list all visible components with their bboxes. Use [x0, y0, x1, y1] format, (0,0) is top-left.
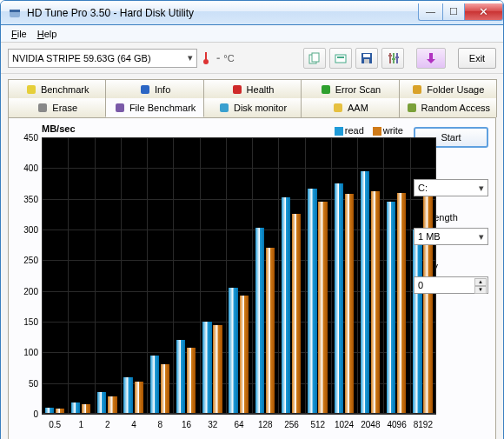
- save-button[interactable]: [355, 48, 378, 69]
- bar-read: [150, 356, 159, 414]
- svg-rect-24: [116, 103, 124, 112]
- spinner-up[interactable]: ▲: [474, 278, 487, 286]
- svg-rect-27: [408, 103, 416, 112]
- bar-read: [308, 189, 316, 414]
- disk-monitor-icon: [218, 102, 230, 114]
- bar-write: [240, 296, 249, 414]
- download-button[interactable]: [416, 48, 446, 69]
- y-tick: 100: [16, 348, 38, 357]
- drive-select-value: NVIDIA STRIPE 59.63G (64 GB): [12, 53, 151, 63]
- bar-read: [361, 171, 369, 414]
- bar-read: [413, 229, 421, 414]
- titlebar[interactable]: HD Tune Pro 3.50 - Hard Disk Utility — ☐…: [1, 1, 503, 25]
- settings-button[interactable]: [381, 48, 404, 69]
- file-benchmark-icon: [114, 102, 126, 114]
- svg-rect-6: [335, 55, 346, 63]
- x-tick: 512: [310, 420, 325, 429]
- bar-read: [123, 377, 132, 414]
- plot-area: [42, 137, 436, 414]
- tab-aam[interactable]: AAM: [301, 98, 399, 117]
- x-tick: 16: [182, 420, 191, 429]
- bar-write: [108, 396, 116, 414]
- x-tick: 64: [234, 420, 243, 429]
- svg-rect-22: [413, 85, 421, 94]
- tab-benchmark[interactable]: Benchmark: [8, 79, 106, 98]
- svg-rect-7: [337, 57, 344, 58]
- bar-read: [387, 202, 395, 414]
- folder-usage-icon: [411, 83, 423, 96]
- bar-write: [345, 194, 354, 414]
- x-tick: 1: [79, 420, 84, 429]
- tab-file-benchmark[interactable]: File Benchmark: [105, 98, 203, 117]
- svg-rect-19: [141, 85, 149, 94]
- close-button[interactable]: ✕: [465, 3, 503, 21]
- y-tick: 150: [16, 317, 38, 327]
- erase-icon: [36, 102, 49, 114]
- y-tick: 450: [16, 133, 38, 143]
- tab-info[interactable]: Info: [105, 79, 203, 98]
- x-tick: 2: [105, 420, 110, 429]
- x-tick: 4: [131, 420, 136, 429]
- tab-health[interactable]: Health: [203, 79, 302, 98]
- svg-rect-26: [334, 103, 342, 112]
- bar-read: [335, 183, 343, 414]
- bar-write: [187, 348, 196, 414]
- x-tick: 8: [157, 420, 162, 429]
- exit-button[interactable]: Exit: [458, 48, 496, 69]
- bar-read: [282, 197, 290, 414]
- x-tick: 4096: [387, 420, 406, 429]
- x-tick: 2048: [361, 420, 380, 429]
- bar-write: [292, 214, 301, 414]
- temp-dash: -: [216, 51, 220, 64]
- svg-rect-1: [10, 10, 20, 12]
- tab-panel-file-benchmark: MB/sec read write 0501001502002503003504…: [8, 117, 496, 439]
- svg-rect-15: [392, 58, 395, 60]
- drive-field[interactable]: C:: [414, 179, 488, 196]
- screenshot-button[interactable]: [329, 48, 352, 69]
- delay-field[interactable]: 0 ▲▼: [414, 276, 488, 294]
- drive-select[interactable]: NVIDIA STRIPE 59.63G (64 GB): [8, 49, 197, 68]
- menu-help[interactable]: Help: [32, 27, 63, 41]
- filelen-field[interactable]: 1 MB: [414, 228, 488, 245]
- tab-error-scan[interactable]: Error Scan: [301, 79, 399, 98]
- x-tick: 256: [284, 420, 299, 429]
- bar-read: [97, 392, 106, 414]
- bar-write: [423, 187, 432, 414]
- bar-write: [397, 193, 406, 414]
- menu-file[interactable]: File: [6, 27, 32, 41]
- bar-write: [318, 202, 327, 414]
- tab-folder-usage[interactable]: Folder Usage: [399, 79, 497, 98]
- x-tick: 32: [208, 420, 217, 429]
- spinner-down[interactable]: ▼: [474, 286, 487, 294]
- svg-rect-17: [429, 53, 433, 59]
- y-tick: 350: [16, 194, 38, 203]
- y-tick: 200: [16, 286, 38, 296]
- menubar: File Help: [1, 25, 503, 43]
- bar-write: [161, 364, 169, 414]
- bar-write: [135, 382, 143, 414]
- bar-write: [371, 191, 380, 414]
- bar-read: [255, 228, 264, 414]
- tab-disk-monitor[interactable]: Disk monitor: [203, 98, 302, 117]
- temp-unit: °C: [223, 53, 244, 63]
- svg-rect-3: [205, 52, 207, 61]
- bar-read: [202, 322, 211, 414]
- svg-rect-18: [27, 85, 36, 94]
- y-tick: 250: [16, 256, 38, 265]
- x-tick: 128: [258, 420, 273, 429]
- minimize-button[interactable]: —: [418, 3, 442, 21]
- bar-read: [229, 288, 237, 414]
- maximize-button[interactable]: ☐: [442, 3, 465, 21]
- bar-read: [176, 340, 185, 414]
- tab-erase[interactable]: Erase: [8, 98, 106, 117]
- copy-button[interactable]: [303, 48, 326, 69]
- chart: MB/sec read write 0501001502002503003504…: [16, 125, 407, 433]
- y-tick: 400: [16, 163, 38, 173]
- svg-rect-25: [220, 103, 229, 112]
- svg-rect-14: [388, 55, 392, 57]
- svg-rect-20: [233, 85, 242, 94]
- benchmark-icon: [25, 83, 37, 96]
- aam-icon: [332, 102, 344, 114]
- svg-rect-11: [389, 53, 391, 63]
- tab-random-access[interactable]: Random Access: [399, 98, 497, 117]
